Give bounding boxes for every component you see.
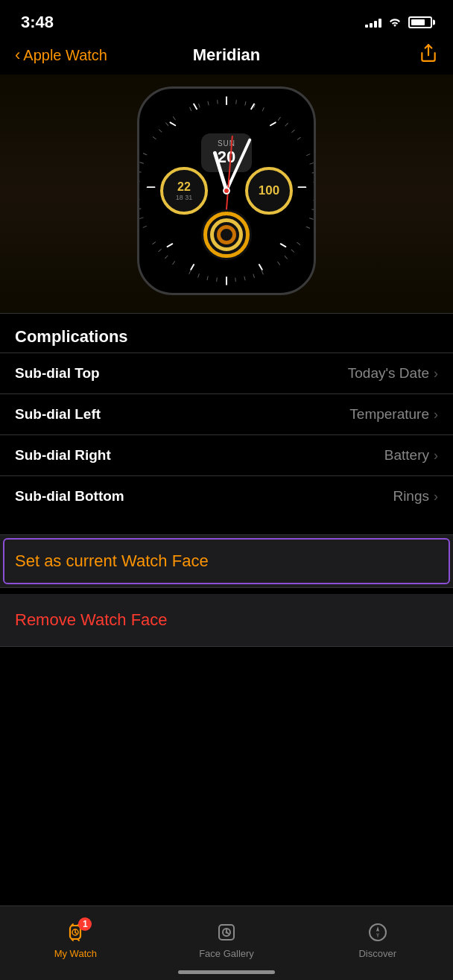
svg-line-61: [215, 153, 226, 191]
watch-preview-container: SUN 20 22 18 31 100: [0, 75, 453, 313]
wifi-icon: [387, 17, 402, 28]
tab-discover-label: Discover: [358, 948, 396, 959]
clock-hands: [139, 89, 314, 293]
discover-icon: [366, 920, 390, 944]
sub-dial-right-item[interactable]: Sub-dial Right Battery ›: [0, 434, 453, 475]
svg-line-73: [75, 932, 77, 934]
set-current-watch-face-button[interactable]: Set as current Watch Face: [0, 534, 453, 588]
status-time: 3:48: [21, 13, 54, 32]
sub-dial-left-item[interactable]: Sub-dial Left Temperature ›: [0, 393, 453, 434]
tab-my-watch-label: My Watch: [54, 948, 97, 959]
back-button[interactable]: ‹ Apple Watch: [15, 45, 107, 65]
chevron-right-icon-2: ›: [434, 407, 438, 423]
tab-face-gallery[interactable]: Face Gallery: [151, 913, 302, 959]
home-indicator: [178, 970, 275, 974]
sub-dial-bottom-value: Rings ›: [393, 488, 438, 505]
watch-face: SUN 20 22 18 31 100: [137, 86, 316, 295]
svg-point-78: [226, 931, 228, 933]
complications-section: Complications Sub-dial Top Today's Date …: [0, 314, 453, 516]
tab-bar: 1 My Watch Face Gallery Discover: [0, 905, 453, 980]
status-icons: [365, 16, 432, 28]
tab-my-watch[interactable]: 1 My Watch: [0, 913, 151, 959]
sub-dial-bottom-item[interactable]: Sub-dial Bottom Rings ›: [0, 475, 453, 516]
svg-line-63: [226, 136, 232, 209]
chevron-right-icon: ›: [434, 366, 438, 382]
nav-bar: ‹ Apple Watch Meridian: [0, 40, 453, 75]
svg-marker-80: [376, 926, 379, 932]
my-watch-icon: 1: [63, 920, 87, 944]
remove-label: Remove Watch Face: [15, 610, 168, 629]
gallery-icon: [215, 921, 238, 943]
status-bar: 3:48: [0, 0, 453, 40]
sub-dial-top-value: Today's Date ›: [348, 365, 438, 382]
sub-dial-right-label: Sub-dial Right: [15, 447, 111, 464]
face-gallery-icon: [215, 920, 238, 944]
sub-dial-left-label: Sub-dial Left: [15, 406, 101, 423]
sub-dial-right-value: Battery ›: [384, 447, 438, 464]
back-chevron-icon: ‹: [15, 45, 20, 65]
share-icon: [419, 43, 438, 63]
back-label: Apple Watch: [23, 47, 107, 64]
signal-icon: [365, 17, 381, 28]
set-current-label: Set as current Watch Face: [15, 551, 209, 570]
chevron-right-icon-4: ›: [434, 489, 438, 505]
tab-discover[interactable]: Discover: [302, 913, 453, 959]
my-watch-badge: 1: [78, 917, 92, 931]
share-button[interactable]: [419, 43, 438, 67]
page-title: Meridian: [193, 45, 260, 65]
battery-icon: [408, 16, 432, 28]
chevron-right-icon-3: ›: [434, 448, 438, 464]
compass-icon: [367, 921, 389, 943]
sub-dial-left-value: Temperature ›: [349, 406, 438, 423]
sub-dial-top-label: Sub-dial Top: [15, 365, 100, 382]
remove-watch-face-button[interactable]: Remove Watch Face: [0, 588, 453, 647]
sub-dial-top-item[interactable]: Sub-dial Top Today's Date ›: [0, 353, 453, 393]
complications-title: Complications: [0, 314, 453, 353]
svg-point-65: [224, 189, 229, 193]
sub-dial-bottom-label: Sub-dial Bottom: [15, 488, 124, 505]
tab-face-gallery-label: Face Gallery: [199, 948, 254, 959]
svg-marker-81: [376, 933, 379, 938]
